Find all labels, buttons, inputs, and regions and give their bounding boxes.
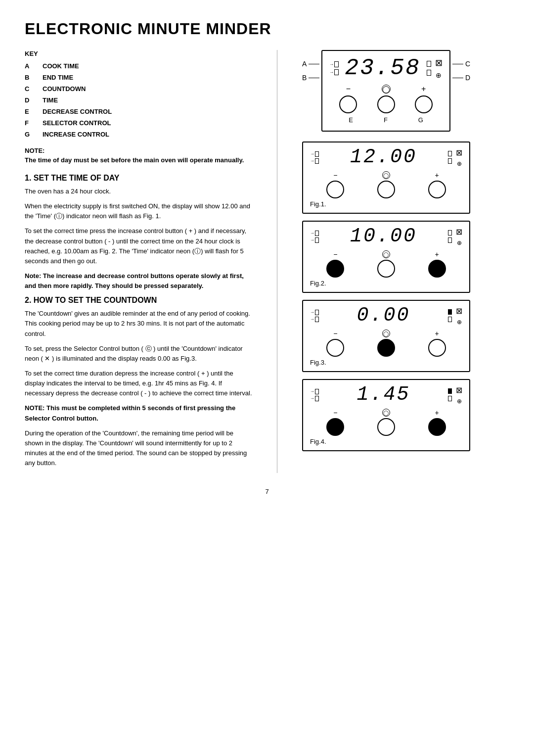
section1-para3: To set the correct time press the increa… (25, 226, 252, 266)
fig1-panel: → → 12.00 ⊠ ⊕ (302, 142, 470, 214)
section1-para2: When the electricity supply is first swi… (25, 201, 252, 221)
fig3-decrease-btn[interactable] (326, 339, 344, 357)
selector-icon-main: ◯ (382, 85, 391, 94)
fig1-decrease-btn[interactable] (326, 181, 344, 198)
section2-bold-note1: NOTE: This must be completed within 5 se… (25, 403, 252, 423)
key-item-E: E DECREASE CONTROL (25, 108, 252, 115)
minus-label: − (346, 85, 351, 94)
label-C: C (452, 60, 470, 68)
decrease-button[interactable] (339, 95, 357, 113)
fig2-time: 10.00 (321, 227, 446, 246)
section2-para3: To set the correct time duration depress… (25, 369, 252, 398)
key-item-B: B END TIME (25, 74, 252, 81)
key-item-A: A COOK TIME (25, 62, 252, 70)
key-heading: KEY (25, 50, 252, 57)
center-divider (277, 50, 277, 473)
section2-title: 2. HOW TO SET THE COUNTDOWN (25, 296, 252, 305)
fig2-decrease-btn[interactable] (326, 260, 344, 278)
fig4-time: 1.45 (321, 385, 446, 405)
label-F: F (384, 116, 388, 124)
page-number: 7 (25, 488, 509, 495)
fig4-label: Fig.4. (310, 438, 462, 445)
fig3-selector-btn[interactable] (377, 339, 395, 357)
page-title: ELECTRONIC MINUTE MINDER (25, 20, 509, 38)
key-item-C: C COUNTDOWN (25, 85, 252, 93)
section2-para2: To set, press the Selector Control butto… (25, 344, 252, 364)
section2-para4: During the operation of the 'Countdown',… (25, 428, 252, 469)
fig4-panel: → → 1.45 ⊠ ⊕ (302, 379, 470, 451)
label-E: E (349, 116, 353, 124)
key-item-G: G INCREASE CONTROL (25, 131, 252, 138)
note-label: NOTE: (25, 147, 252, 154)
increase-button[interactable] (415, 95, 433, 113)
fig3-increase-btn[interactable] (428, 339, 446, 357)
section1-title: 1. SET THE TIME OF DAY (25, 174, 252, 183)
fig1-label: Fig.1. (310, 200, 462, 208)
section1-para1: The oven has a 24 hour clock. (25, 187, 252, 196)
fig4-decrease-btn[interactable] (326, 418, 344, 436)
key-item-D: D TIME (25, 96, 252, 104)
label-A: A (302, 60, 319, 68)
x-icon: ⊠ (435, 57, 443, 68)
fig2-panel: → → 10.00 ⊠ ⊕ (302, 221, 470, 293)
key-item-F: F SELECTOR CONTROL (25, 119, 252, 127)
fig3-label: Fig.3. (310, 359, 462, 366)
section2-para1: The 'Countdown' gives an audible reminde… (25, 309, 252, 338)
fig4-selector-btn[interactable] (377, 418, 395, 436)
note-text: The time of day must be set before the m… (25, 156, 252, 164)
main-time-display: 23.58 (341, 57, 425, 80)
fig2-selector-btn[interactable] (377, 260, 395, 278)
label-D: D (452, 74, 470, 82)
fig1-time: 12.00 (321, 147, 446, 167)
label-B: B (302, 74, 319, 82)
fig3-panel: → → 0.00 ⊠ ⊕ (302, 300, 470, 372)
plus-label: + (421, 85, 426, 94)
fig1-increase-btn[interactable] (428, 181, 446, 198)
fig2-increase-btn[interactable] (428, 260, 446, 278)
fig4-increase-btn[interactable] (428, 418, 446, 436)
fig3-time: 0.00 (321, 306, 446, 326)
selector-button[interactable] (377, 95, 395, 113)
section1-bold-note: Note: The increase and decrease control … (25, 271, 252, 291)
fig1-selector-btn[interactable] (377, 181, 395, 198)
fig2-label: Fig.2. (310, 280, 462, 287)
clock-icon: ⊕ (436, 71, 442, 79)
label-G: G (418, 116, 423, 124)
